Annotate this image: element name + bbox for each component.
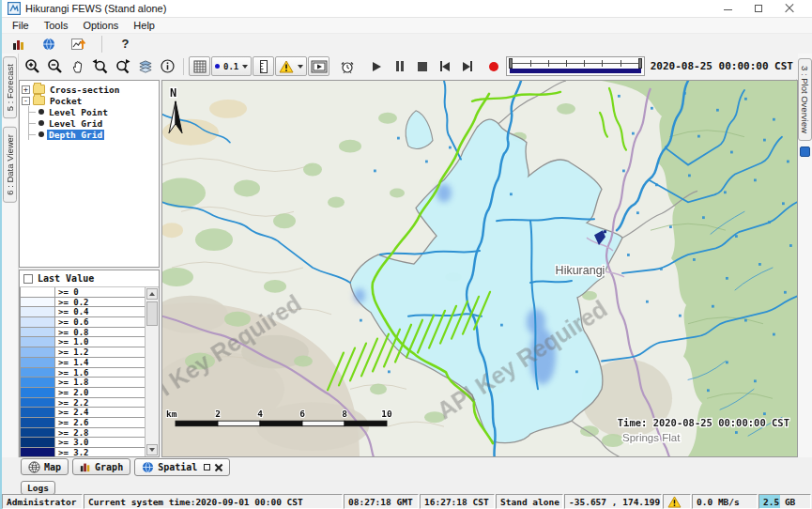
chevron-down-icon	[298, 65, 303, 69]
maximize-button[interactable]	[754, 4, 764, 14]
close-button[interactable]	[785, 4, 795, 14]
ruler-button[interactable]	[253, 56, 274, 76]
legend-header: Last Value	[20, 270, 159, 286]
spatial-display-button[interactable]	[38, 34, 59, 54]
tab-map[interactable]: Map	[21, 458, 69, 475]
scroll-down-arrow[interactable]	[146, 444, 158, 455]
map-canvas[interactable]: API Key Required API Key Required Hikura…	[161, 80, 798, 457]
layers-button[interactable]	[134, 56, 156, 76]
tab-close-icon[interactable]	[214, 463, 222, 471]
status-cell-8: 2.5 GB	[758, 494, 811, 509]
animation-timer-button[interactable]	[336, 56, 358, 76]
legend-row: >= 3.2	[21, 448, 145, 456]
minimize-button[interactable]	[723, 4, 733, 14]
legend-row: >= 2.2	[21, 398, 145, 409]
scroll-up-arrow[interactable]	[146, 288, 158, 300]
step-first-button[interactable]	[434, 56, 455, 76]
step-last-button[interactable]	[456, 56, 478, 76]
zoom-previous-icon	[92, 58, 108, 74]
play-icon	[373, 62, 381, 71]
warning-icon	[667, 496, 682, 508]
legend-value: >= 2.0	[54, 388, 145, 397]
tab-data-viewer[interactable]: 6 : Data Viewer	[3, 127, 17, 203]
legend-swatch	[21, 307, 54, 316]
status-cell-2: 08:27:18 GMT	[344, 494, 419, 509]
layers-icon	[138, 60, 153, 73]
legend-swatch	[21, 438, 54, 447]
tab-graph[interactable]: Graph	[72, 458, 130, 475]
legend-row: >= 3.0	[21, 438, 145, 448]
bottom-tab-bar: Map Graph Spatial	[2, 458, 812, 478]
menu-help[interactable]: Help	[126, 19, 162, 32]
bullet-icon	[38, 131, 44, 137]
legend-value: >= 3.2	[54, 448, 145, 456]
stop-button[interactable]	[411, 56, 433, 76]
locality-label: Springs Flat	[622, 432, 681, 443]
grid-display-toggle[interactable]	[189, 56, 210, 76]
menu-tools[interactable]: Tools	[37, 19, 76, 32]
last-value-label: Last Value	[38, 273, 94, 284]
tree-node[interactable]: -Pocket	[22, 95, 157, 106]
tab-map-label: Map	[44, 462, 61, 472]
pan-button[interactable]	[67, 56, 88, 76]
export-animation-button[interactable]	[308, 56, 329, 76]
legend-body: >= 0>= 0.2>= 0.4>= 0.6>= 0.8>= 1.0>= 1.2…	[20, 286, 159, 456]
menu-options[interactable]: Options	[75, 19, 126, 32]
logs-button[interactable]: Logs	[21, 481, 55, 495]
scrollbar-thumb[interactable]	[146, 301, 158, 326]
info-button[interactable]	[157, 56, 178, 76]
status-cell-5: -35.657 , 174.199	[564, 494, 662, 509]
timeseries-dialog-button[interactable]	[68, 34, 89, 54]
legend-swatch	[21, 298, 54, 307]
map-toolbar: 0.1	[19, 54, 798, 79]
dock-icon[interactable]	[800, 147, 810, 157]
tree-node[interactable]: +Cross-section	[22, 84, 157, 95]
legend-row: >= 0.8	[21, 328, 145, 338]
play-button[interactable]	[366, 56, 388, 76]
legend-value: >= 1.2	[54, 347, 145, 357]
interval-dropdown[interactable]: 0.1	[211, 56, 252, 76]
map-time-label: Time: 2020-08-25 00:00:00 CST	[618, 417, 789, 428]
expander-icon[interactable]: +	[22, 85, 30, 94]
left-tab-strip: 5 : Forecast 6 : Data Viewer	[2, 54, 19, 457]
legend-panel: Last Value >= 0>= 0.2>= 0.4>= 0.6>= 0.8>…	[19, 270, 160, 457]
expander-icon[interactable]: -	[22, 97, 30, 105]
legend-value: >= 1.8	[54, 378, 145, 387]
record-button[interactable]	[479, 56, 500, 76]
tab-forecast[interactable]: 5 : Forecast	[3, 56, 17, 118]
tree-leaf[interactable]: Level Grid	[29, 117, 157, 129]
status-cell-1: Current system time:2020-09-01 00:00 CST	[84, 494, 343, 509]
tab-spatial[interactable]: Spatial	[134, 458, 230, 476]
current-time-label: 2020-08-25 00:00:00 CST	[651, 60, 795, 72]
right-tab-strip: 3 : Plot Overview	[796, 54, 812, 457]
legend-value: >= 0	[54, 287, 145, 297]
legend-scrollbar[interactable]	[145, 287, 159, 456]
scale-unit: km	[166, 409, 177, 419]
status-cell-0: Administrator	[2, 494, 83, 509]
legend-swatch	[21, 358, 54, 367]
zoom-in-icon	[24, 58, 40, 74]
legend-swatch	[21, 388, 54, 397]
zoom-next-button[interactable]	[112, 56, 133, 76]
legend-swatch	[21, 418, 54, 427]
legend-swatch	[21, 328, 54, 337]
tree-leaf[interactable]: Level Point	[29, 106, 157, 117]
help-button[interactable]: ?	[115, 34, 136, 54]
statistics-button[interactable]	[8, 34, 29, 54]
tab-spatial-label: Spatial	[158, 462, 197, 472]
pause-button[interactable]	[389, 56, 410, 76]
tab-plot-overview[interactable]: 3 : Plot Overview	[798, 58, 812, 141]
zoom-in-button[interactable]	[22, 56, 43, 76]
warnings-dropdown[interactable]	[275, 56, 307, 76]
legend-value: >= 2.8	[54, 428, 145, 438]
legend-swatch	[21, 337, 54, 347]
tab-restore-icon[interactable]	[204, 464, 210, 470]
zoom-out-button[interactable]	[44, 56, 66, 76]
time-slider[interactable]	[506, 56, 644, 76]
timer-clock-icon	[340, 59, 355, 74]
application-window: Hikurangi FEWS (Stand alone) File Tools …	[0, 0, 812, 509]
last-value-checkbox[interactable]	[23, 274, 33, 284]
tree-leaf[interactable]: Depth Grid	[29, 129, 157, 140]
zoom-previous-button[interactable]	[89, 56, 111, 76]
menu-file[interactable]: File	[5, 19, 37, 32]
